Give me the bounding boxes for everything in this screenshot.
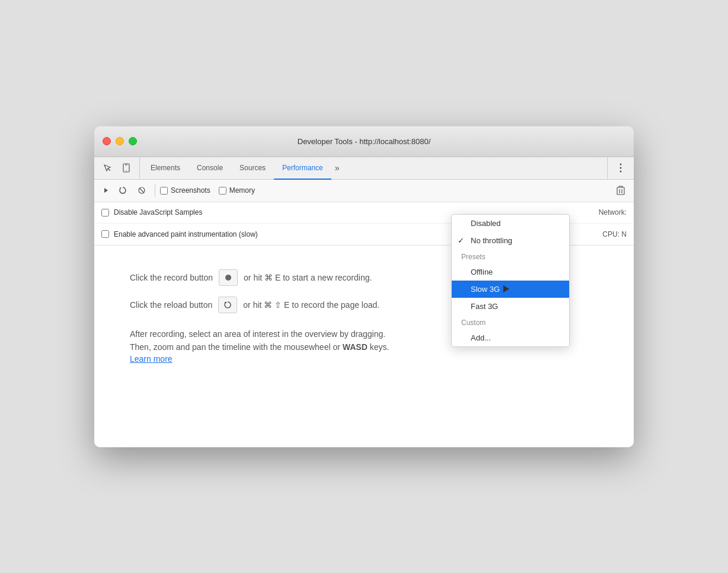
clear-button[interactable] [612,182,629,199]
more-tabs-button[interactable]: » [331,157,343,179]
svg-line-10 [139,188,144,193]
tab-performance[interactable]: Performance [274,157,331,180]
svg-point-17 [225,275,231,281]
dropdown-item-no-throttling[interactable]: ✓ No throttling [452,232,569,249]
toolbar-icons [99,157,140,179]
title-bar: Developer Tools - http://localhost:8080/ [94,126,634,157]
disable-js-samples-checkbox[interactable] [101,209,109,217]
devtools-window: Developer Tools - http://localhost:8080/ [94,126,634,447]
more-options-icon[interactable] [612,160,629,176]
checkmark-icon: ✓ [458,236,464,245]
svg-marker-7 [104,188,108,193]
tab-items: Elements Console Sources Performance » [142,157,607,179]
mobile-icon[interactable] [118,160,135,176]
svg-point-4 [620,164,622,165]
row2-right: CPU: N [602,230,627,238]
advanced-paint-checkbox[interactable] [101,230,109,238]
tab-bar-right [607,157,629,179]
tab-bar: Elements Console Sources Performance » [94,157,634,180]
dropdown-category-presets: Presets [452,249,569,263]
performance-toolbar: Screenshots Memory [94,180,634,202]
svg-marker-18 [225,302,227,304]
tab-console[interactable]: Console [189,157,231,180]
cursor-icon [503,285,509,292]
reload-record-button[interactable] [114,182,131,199]
dropdown-item-slow-3g[interactable]: Slow 3G [452,281,569,298]
screenshots-checkbox[interactable] [160,187,168,195]
record-button[interactable] [99,184,112,197]
network-throttling-dropdown[interactable]: Disabled ✓ No throttling Presets Offline… [451,214,570,347]
stop-button[interactable] [133,182,150,199]
row1-right: Network: [599,208,627,217]
learn-more-link[interactable]: Learn more [130,354,173,364]
tab-elements[interactable]: Elements [142,157,189,180]
separator-1 [155,184,155,197]
reload-icon-inline [218,297,237,313]
dropdown-item-disabled[interactable]: Disabled [452,215,569,232]
close-button[interactable] [103,137,111,145]
window-title: Developer Tools - http://localhost:8080/ [298,137,431,146]
svg-rect-11 [617,187,624,195]
maximize-button[interactable] [129,137,137,145]
minimize-button[interactable] [116,137,124,145]
screenshots-checkbox-label[interactable]: Screenshots [160,186,210,195]
tab-sources[interactable]: Sources [231,157,274,180]
cursor-icon[interactable] [99,160,116,176]
dropdown-item-add[interactable]: Add... [452,329,569,346]
traffic-lights [103,137,137,145]
dropdown-item-fast-3g[interactable]: Fast 3G [452,298,569,315]
dropdown-item-offline[interactable]: Offline [452,263,569,281]
dropdown-category-custom: Custom [452,315,569,329]
svg-line-0 [108,168,110,171]
memory-checkbox-label[interactable]: Memory [219,186,255,195]
svg-point-5 [620,167,622,169]
svg-point-6 [620,171,622,173]
record-icon-inline [219,269,238,286]
svg-point-2 [126,170,127,171]
memory-checkbox[interactable] [219,187,226,195]
toolbar-right [612,182,629,199]
